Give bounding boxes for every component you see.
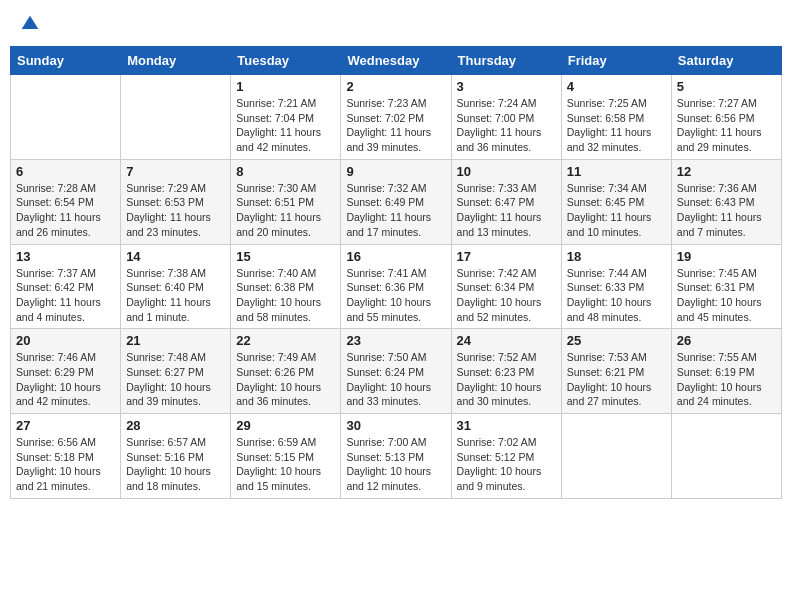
calendar-cell: 2Sunrise: 7:23 AMSunset: 7:02 PMDaylight… [341, 75, 451, 160]
day-number: 31 [457, 418, 556, 433]
col-header-monday: Monday [121, 47, 231, 75]
calendar-cell: 28Sunrise: 6:57 AMSunset: 5:16 PMDayligh… [121, 414, 231, 499]
day-detail: Sunrise: 7:28 AMSunset: 6:54 PMDaylight:… [16, 181, 115, 240]
day-detail: Sunrise: 7:53 AMSunset: 6:21 PMDaylight:… [567, 350, 666, 409]
day-number: 23 [346, 333, 445, 348]
day-detail: Sunrise: 7:27 AMSunset: 6:56 PMDaylight:… [677, 96, 776, 155]
page-header [10, 10, 782, 38]
calendar-cell: 6Sunrise: 7:28 AMSunset: 6:54 PMDaylight… [11, 159, 121, 244]
day-number: 17 [457, 249, 556, 264]
calendar-cell: 9Sunrise: 7:32 AMSunset: 6:49 PMDaylight… [341, 159, 451, 244]
day-detail: Sunrise: 7:49 AMSunset: 6:26 PMDaylight:… [236, 350, 335, 409]
day-number: 18 [567, 249, 666, 264]
day-detail: Sunrise: 7:42 AMSunset: 6:34 PMDaylight:… [457, 266, 556, 325]
day-number: 20 [16, 333, 115, 348]
calendar-cell: 5Sunrise: 7:27 AMSunset: 6:56 PMDaylight… [671, 75, 781, 160]
day-detail: Sunrise: 6:57 AMSunset: 5:16 PMDaylight:… [126, 435, 225, 494]
day-number: 28 [126, 418, 225, 433]
day-detail: Sunrise: 7:50 AMSunset: 6:24 PMDaylight:… [346, 350, 445, 409]
day-detail: Sunrise: 6:59 AMSunset: 5:15 PMDaylight:… [236, 435, 335, 494]
calendar-cell: 26Sunrise: 7:55 AMSunset: 6:19 PMDayligh… [671, 329, 781, 414]
day-detail: Sunrise: 7:45 AMSunset: 6:31 PMDaylight:… [677, 266, 776, 325]
calendar-cell [561, 414, 671, 499]
calendar-cell: 8Sunrise: 7:30 AMSunset: 6:51 PMDaylight… [231, 159, 341, 244]
day-number: 21 [126, 333, 225, 348]
day-detail: Sunrise: 7:30 AMSunset: 6:51 PMDaylight:… [236, 181, 335, 240]
day-detail: Sunrise: 7:36 AMSunset: 6:43 PMDaylight:… [677, 181, 776, 240]
day-detail: Sunrise: 7:55 AMSunset: 6:19 PMDaylight:… [677, 350, 776, 409]
day-detail: Sunrise: 7:40 AMSunset: 6:38 PMDaylight:… [236, 266, 335, 325]
day-detail: Sunrise: 7:52 AMSunset: 6:23 PMDaylight:… [457, 350, 556, 409]
day-detail: Sunrise: 7:34 AMSunset: 6:45 PMDaylight:… [567, 181, 666, 240]
col-header-thursday: Thursday [451, 47, 561, 75]
calendar-cell: 27Sunrise: 6:56 AMSunset: 5:18 PMDayligh… [11, 414, 121, 499]
week-row-2: 6Sunrise: 7:28 AMSunset: 6:54 PMDaylight… [11, 159, 782, 244]
col-header-friday: Friday [561, 47, 671, 75]
day-detail: Sunrise: 7:44 AMSunset: 6:33 PMDaylight:… [567, 266, 666, 325]
day-number: 2 [346, 79, 445, 94]
calendar-cell: 19Sunrise: 7:45 AMSunset: 6:31 PMDayligh… [671, 244, 781, 329]
calendar-table: SundayMondayTuesdayWednesdayThursdayFrid… [10, 46, 782, 499]
day-number: 5 [677, 79, 776, 94]
day-detail: Sunrise: 7:32 AMSunset: 6:49 PMDaylight:… [346, 181, 445, 240]
calendar-cell: 21Sunrise: 7:48 AMSunset: 6:27 PMDayligh… [121, 329, 231, 414]
day-number: 30 [346, 418, 445, 433]
col-header-wednesday: Wednesday [341, 47, 451, 75]
calendar-cell: 11Sunrise: 7:34 AMSunset: 6:45 PMDayligh… [561, 159, 671, 244]
day-number: 19 [677, 249, 776, 264]
day-detail: Sunrise: 6:56 AMSunset: 5:18 PMDaylight:… [16, 435, 115, 494]
col-header-sunday: Sunday [11, 47, 121, 75]
calendar-cell: 1Sunrise: 7:21 AMSunset: 7:04 PMDaylight… [231, 75, 341, 160]
calendar-cell: 29Sunrise: 6:59 AMSunset: 5:15 PMDayligh… [231, 414, 341, 499]
week-row-3: 13Sunrise: 7:37 AMSunset: 6:42 PMDayligh… [11, 244, 782, 329]
day-number: 26 [677, 333, 776, 348]
week-row-5: 27Sunrise: 6:56 AMSunset: 5:18 PMDayligh… [11, 414, 782, 499]
day-number: 25 [567, 333, 666, 348]
day-number: 15 [236, 249, 335, 264]
calendar-cell: 20Sunrise: 7:46 AMSunset: 6:29 PMDayligh… [11, 329, 121, 414]
day-number: 11 [567, 164, 666, 179]
day-detail: Sunrise: 7:00 AMSunset: 5:13 PMDaylight:… [346, 435, 445, 494]
calendar-cell: 10Sunrise: 7:33 AMSunset: 6:47 PMDayligh… [451, 159, 561, 244]
day-detail: Sunrise: 7:25 AMSunset: 6:58 PMDaylight:… [567, 96, 666, 155]
day-detail: Sunrise: 7:24 AMSunset: 7:00 PMDaylight:… [457, 96, 556, 155]
day-detail: Sunrise: 7:02 AMSunset: 5:12 PMDaylight:… [457, 435, 556, 494]
calendar-cell: 24Sunrise: 7:52 AMSunset: 6:23 PMDayligh… [451, 329, 561, 414]
calendar-cell: 25Sunrise: 7:53 AMSunset: 6:21 PMDayligh… [561, 329, 671, 414]
day-detail: Sunrise: 7:46 AMSunset: 6:29 PMDaylight:… [16, 350, 115, 409]
calendar-cell [121, 75, 231, 160]
col-header-saturday: Saturday [671, 47, 781, 75]
logo [18, 14, 40, 34]
calendar-cell: 15Sunrise: 7:40 AMSunset: 6:38 PMDayligh… [231, 244, 341, 329]
calendar-cell: 14Sunrise: 7:38 AMSunset: 6:40 PMDayligh… [121, 244, 231, 329]
calendar-cell [11, 75, 121, 160]
calendar-cell: 17Sunrise: 7:42 AMSunset: 6:34 PMDayligh… [451, 244, 561, 329]
calendar-cell: 13Sunrise: 7:37 AMSunset: 6:42 PMDayligh… [11, 244, 121, 329]
day-number: 16 [346, 249, 445, 264]
day-detail: Sunrise: 7:33 AMSunset: 6:47 PMDaylight:… [457, 181, 556, 240]
day-number: 4 [567, 79, 666, 94]
day-number: 1 [236, 79, 335, 94]
calendar-cell: 18Sunrise: 7:44 AMSunset: 6:33 PMDayligh… [561, 244, 671, 329]
day-number: 13 [16, 249, 115, 264]
col-header-tuesday: Tuesday [231, 47, 341, 75]
day-detail: Sunrise: 7:38 AMSunset: 6:40 PMDaylight:… [126, 266, 225, 325]
day-number: 12 [677, 164, 776, 179]
day-number: 14 [126, 249, 225, 264]
calendar-cell: 31Sunrise: 7:02 AMSunset: 5:12 PMDayligh… [451, 414, 561, 499]
calendar-cell: 23Sunrise: 7:50 AMSunset: 6:24 PMDayligh… [341, 329, 451, 414]
day-number: 7 [126, 164, 225, 179]
calendar-cell: 12Sunrise: 7:36 AMSunset: 6:43 PMDayligh… [671, 159, 781, 244]
day-number: 22 [236, 333, 335, 348]
svg-marker-0 [22, 16, 39, 29]
day-number: 9 [346, 164, 445, 179]
day-number: 6 [16, 164, 115, 179]
day-number: 8 [236, 164, 335, 179]
calendar-header-row: SundayMondayTuesdayWednesdayThursdayFrid… [11, 47, 782, 75]
calendar-cell: 30Sunrise: 7:00 AMSunset: 5:13 PMDayligh… [341, 414, 451, 499]
day-number: 10 [457, 164, 556, 179]
day-detail: Sunrise: 7:21 AMSunset: 7:04 PMDaylight:… [236, 96, 335, 155]
day-detail: Sunrise: 7:23 AMSunset: 7:02 PMDaylight:… [346, 96, 445, 155]
calendar-cell: 4Sunrise: 7:25 AMSunset: 6:58 PMDaylight… [561, 75, 671, 160]
day-number: 3 [457, 79, 556, 94]
